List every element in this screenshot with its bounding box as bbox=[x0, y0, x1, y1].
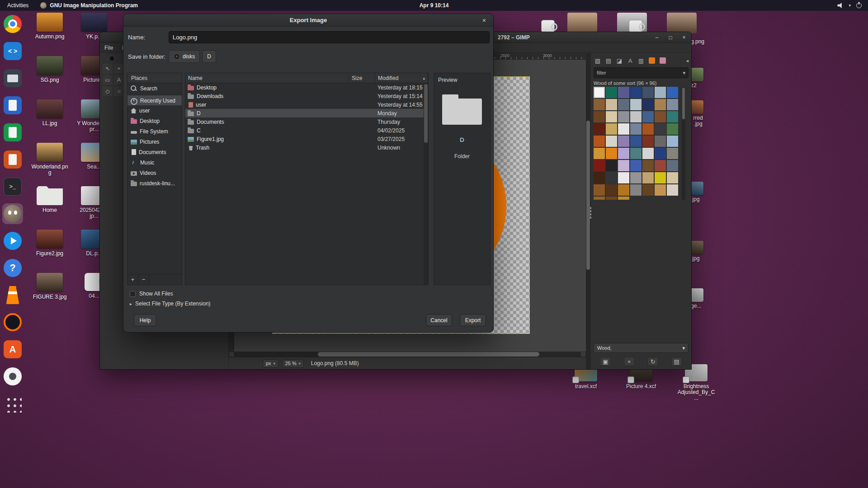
desktop-icon[interactable]: Home bbox=[31, 186, 69, 230]
remove-bookmark-button[interactable]: − bbox=[138, 274, 149, 285]
places-item[interactable]: Documents bbox=[127, 147, 182, 157]
pattern-swatch[interactable] bbox=[667, 136, 678, 147]
pattern-swatch[interactable] bbox=[618, 148, 629, 159]
pattern-swatch[interactable] bbox=[606, 111, 617, 122]
file-row[interactable]: D Monday bbox=[185, 109, 428, 117]
pattern-swatch[interactable] bbox=[630, 160, 642, 171]
clock[interactable]: Apr 9 10:14 bbox=[420, 2, 449, 9]
collapse-dock-button[interactable]: ◂ bbox=[686, 58, 689, 64]
pattern-swatch[interactable] bbox=[655, 136, 666, 147]
dock-item[interactable] bbox=[2, 393, 23, 414]
desktop-icon[interactable] bbox=[667, 13, 697, 33]
dock-item[interactable] bbox=[2, 339, 23, 360]
pattern-swatch[interactable] bbox=[630, 87, 642, 98]
places-item[interactable]: File System bbox=[127, 126, 182, 136]
pattern-swatch[interactable] bbox=[667, 111, 678, 122]
desktop-icon[interactable]: travel.xcf bbox=[565, 364, 607, 402]
filename-input[interactable] bbox=[169, 31, 490, 43]
pattern-swatch[interactable] bbox=[618, 87, 629, 98]
focused-app[interactable]: GNU Image Manipulation Program bbox=[36, 2, 142, 9]
file-row[interactable]: Desktop Yesterday at 18:15 bbox=[185, 83, 428, 92]
pattern-swatch[interactable] bbox=[642, 184, 654, 196]
pattern-swatch[interactable] bbox=[618, 99, 629, 110]
close-icon[interactable]: × bbox=[480, 15, 489, 24]
pattern-swatch[interactable] bbox=[667, 184, 678, 196]
file-row[interactable]: user Yesterday at 14:55 bbox=[185, 100, 428, 109]
dockable-tab[interactable]: ▤ bbox=[604, 56, 613, 65]
pattern-swatch[interactable] bbox=[667, 123, 678, 135]
pattern-swatch[interactable] bbox=[606, 136, 617, 147]
desktop-icon[interactable]: Figure2.jpg bbox=[31, 230, 69, 273]
pattern-swatch[interactable] bbox=[594, 136, 605, 147]
pattern-swatch[interactable] bbox=[655, 111, 666, 122]
dock-item[interactable] bbox=[2, 176, 23, 197]
places-item[interactable]: rustdesk-linu... bbox=[127, 178, 182, 188]
file-row[interactable]: Figure1.jpg 03/27/2025 bbox=[185, 135, 428, 143]
desktop-icon[interactable]: .jpg bbox=[691, 182, 705, 202]
desktop-icon[interactable]: rred .jpg bbox=[691, 100, 705, 127]
pattern-swatch[interactable] bbox=[630, 111, 642, 122]
menu-item[interactable]: File bbox=[100, 45, 118, 51]
dockable-tab[interactable]: ▥ bbox=[637, 56, 645, 65]
horizontal-scrollbar[interactable] bbox=[234, 352, 580, 357]
pattern-swatch[interactable] bbox=[594, 197, 605, 200]
export-button[interactable]: Export bbox=[460, 314, 486, 326]
pattern-swatch[interactable] bbox=[630, 123, 642, 135]
mug-file-icon[interactable] bbox=[541, 20, 555, 33]
maximize-button[interactable]: □ bbox=[667, 34, 674, 41]
pattern-swatch[interactable] bbox=[594, 87, 605, 98]
column-size[interactable]: Size bbox=[349, 73, 375, 83]
pattern-swatch[interactable] bbox=[606, 99, 617, 110]
pattern-swatch[interactable] bbox=[667, 148, 678, 159]
pattern-swatch[interactable] bbox=[642, 87, 654, 98]
pattern-swatch[interactable] bbox=[642, 160, 654, 171]
pattern-swatch[interactable] bbox=[655, 87, 666, 98]
file-list-scroll-thumb[interactable] bbox=[424, 84, 428, 143]
system-tray[interactable]: ▾ bbox=[837, 3, 868, 8]
dock-item[interactable] bbox=[2, 258, 23, 278]
dock-item[interactable] bbox=[2, 203, 23, 224]
pattern-action-button[interactable]: ▣ bbox=[600, 357, 611, 366]
pattern-swatch[interactable] bbox=[618, 123, 629, 135]
desktop-icon[interactable]: Wonderland.png bbox=[31, 143, 69, 186]
dock-item[interactable] bbox=[2, 285, 23, 305]
minimize-button[interactable]: – bbox=[653, 34, 660, 41]
dockable-tab[interactable] bbox=[659, 56, 667, 65]
pattern-swatch[interactable] bbox=[655, 184, 666, 196]
pattern-swatch[interactable] bbox=[594, 160, 605, 171]
dialog-titlebar[interactable]: Export Image × bbox=[123, 14, 493, 27]
zoom-select[interactable]: 25 %▾ bbox=[282, 359, 304, 368]
pattern-swatch[interactable] bbox=[606, 197, 617, 200]
pattern-swatch[interactable] bbox=[667, 99, 678, 110]
pattern-swatch[interactable] bbox=[630, 184, 642, 196]
pattern-swatch[interactable] bbox=[655, 172, 666, 183]
desktop-icon[interactable]: Autumn.png bbox=[31, 13, 69, 56]
places-item[interactable]: Search bbox=[127, 83, 182, 94]
column-name[interactable]: Name bbox=[185, 73, 349, 83]
desktop-icon[interactable]: LL.jpg bbox=[31, 99, 69, 143]
pattern-swatch[interactable] bbox=[655, 123, 666, 135]
dockable-tab[interactable]: A bbox=[626, 56, 634, 65]
file-list-scrollbar[interactable] bbox=[424, 83, 428, 285]
desktop-icon[interactable]: Brightness Adjusted_By_C... bbox=[675, 364, 717, 402]
pattern-swatch[interactable] bbox=[655, 99, 666, 110]
pattern-action-button[interactable]: × bbox=[624, 357, 635, 366]
pattern-swatch[interactable] bbox=[594, 123, 605, 135]
file-row[interactable]: Downloads Yesterday at 15:14 bbox=[185, 92, 428, 100]
pattern-swatch[interactable] bbox=[642, 111, 654, 122]
dock-item[interactable] bbox=[2, 95, 23, 116]
tool-button[interactable]: A bbox=[114, 75, 124, 85]
pattern-filter-input[interactable]: filter ▾ bbox=[594, 67, 689, 78]
pattern-action-button[interactable]: ↻ bbox=[647, 357, 658, 366]
navigation-button[interactable] bbox=[580, 352, 586, 357]
pattern-swatch[interactable] bbox=[667, 172, 678, 183]
pattern-swatch[interactable] bbox=[667, 160, 678, 171]
dockable-tab[interactable] bbox=[648, 56, 656, 65]
panel-splitter-handle[interactable] bbox=[590, 206, 592, 219]
desktop-icon[interactable]: ge... bbox=[691, 288, 705, 309]
places-item[interactable]: user bbox=[127, 105, 182, 116]
desktop-icon[interactable]: FIGURE 3.jpg bbox=[31, 273, 69, 316]
desktop-icon[interactable]: .jpg bbox=[691, 241, 705, 262]
help-button[interactable]: Help bbox=[134, 314, 156, 326]
desktop-icon[interactable]: Picture 4.xcf bbox=[620, 364, 662, 402]
